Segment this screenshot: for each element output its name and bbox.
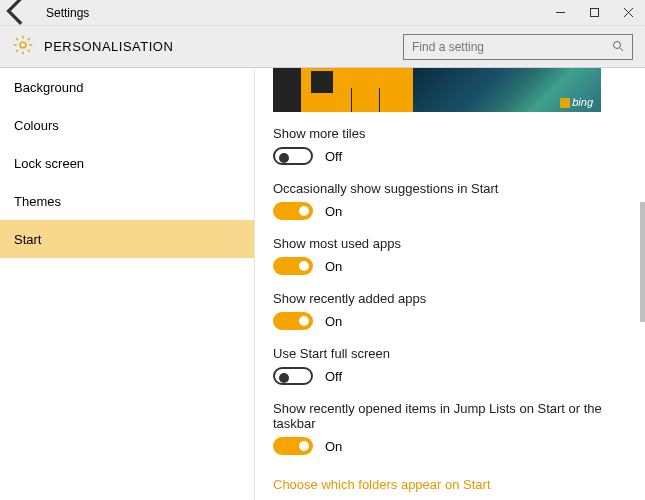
- sidebar-item-label: Start: [14, 232, 41, 247]
- svg-point-4: [20, 42, 26, 48]
- header: PERSONALISATION: [0, 26, 645, 68]
- search-input[interactable]: [412, 40, 612, 54]
- toggle-switch[interactable]: [273, 437, 313, 455]
- setting-label: Use Start full screen: [273, 346, 627, 361]
- svg-line-14: [620, 48, 623, 51]
- toggle-state-label: Off: [325, 149, 342, 164]
- setting-row: Show more tilesOff: [273, 126, 627, 165]
- arrow-left-icon: [0, 0, 34, 28]
- setting-row: Show recently opened items in Jump Lists…: [273, 401, 627, 455]
- setting-label: Occasionally show suggestions in Start: [273, 181, 627, 196]
- toggle-state-label: On: [325, 314, 342, 329]
- toggle-switch[interactable]: [273, 202, 313, 220]
- svg-line-12: [28, 38, 30, 40]
- close-button[interactable]: [611, 0, 645, 26]
- toggle-switch[interactable]: [273, 367, 313, 385]
- setting-row: Show recently added appsOn: [273, 291, 627, 330]
- maximize-icon: [589, 7, 600, 18]
- maximize-button[interactable]: [577, 0, 611, 26]
- sidebar-item-colours[interactable]: Colours: [0, 106, 254, 144]
- setting-row: Use Start full screenOff: [273, 346, 627, 385]
- sidebar: Background Colours Lock screen Themes St…: [0, 68, 255, 500]
- sidebar-item-background[interactable]: Background: [0, 68, 254, 106]
- svg-line-10: [28, 49, 30, 51]
- toggle-state-label: On: [325, 204, 342, 219]
- app-title: Settings: [46, 6, 89, 20]
- setting-row: Show most used appsOn: [273, 236, 627, 275]
- toggle-switch[interactable]: [273, 147, 313, 165]
- setting-label: Show recently opened items in Jump Lists…: [273, 401, 627, 431]
- scrollbar-thumb[interactable]: [640, 202, 645, 322]
- minimize-button[interactable]: [543, 0, 577, 26]
- setting-label: Show most used apps: [273, 236, 627, 251]
- svg-point-13: [614, 41, 621, 48]
- sidebar-item-label: Themes: [14, 194, 61, 209]
- search-icon: [612, 38, 624, 56]
- toggle-switch[interactable]: [273, 312, 313, 330]
- minimize-icon: [555, 7, 566, 18]
- sidebar-item-lock-screen[interactable]: Lock screen: [0, 144, 254, 182]
- toggle-state-label: On: [325, 259, 342, 274]
- bing-logo: bing: [560, 96, 593, 108]
- sidebar-item-themes[interactable]: Themes: [0, 182, 254, 220]
- svg-line-9: [16, 38, 18, 40]
- setting-row: Occasionally show suggestions in StartOn: [273, 181, 627, 220]
- close-icon: [623, 7, 634, 18]
- svg-line-11: [16, 49, 18, 51]
- toggle-switch[interactable]: [273, 257, 313, 275]
- start-preview-image: bing: [273, 68, 601, 112]
- sidebar-item-label: Background: [14, 80, 83, 95]
- sidebar-item-label: Colours: [14, 118, 59, 133]
- sidebar-item-start[interactable]: Start: [0, 220, 254, 258]
- toggle-state-label: On: [325, 439, 342, 454]
- gear-icon: [12, 34, 34, 60]
- setting-label: Show recently added apps: [273, 291, 627, 306]
- search-box[interactable]: [403, 34, 633, 60]
- choose-folders-link[interactable]: Choose which folders appear on Start: [273, 477, 491, 492]
- sidebar-item-label: Lock screen: [14, 156, 84, 171]
- content: bing Show more tilesOffOccasionally show…: [255, 68, 645, 500]
- setting-label: Show more tiles: [273, 126, 627, 141]
- page-title: PERSONALISATION: [44, 39, 173, 54]
- toggle-state-label: Off: [325, 369, 342, 384]
- titlebar: Settings: [0, 0, 645, 26]
- svg-rect-1: [590, 9, 598, 17]
